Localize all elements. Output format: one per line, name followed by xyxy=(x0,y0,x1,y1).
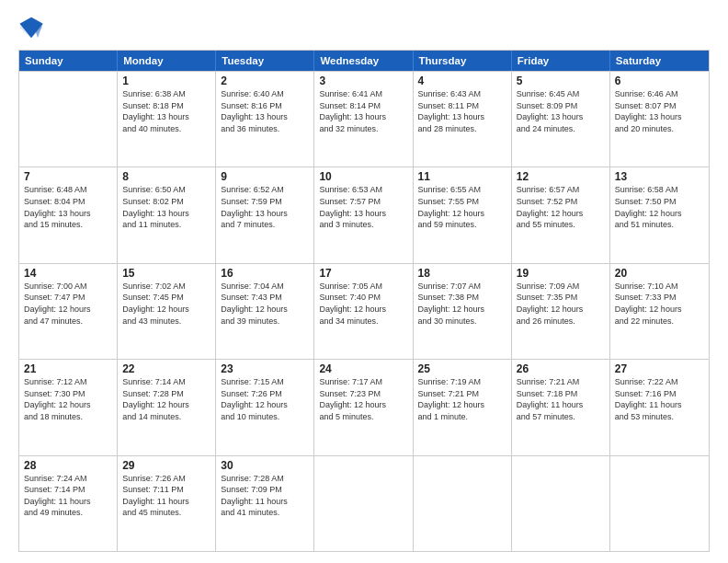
calendar-cell: 27Sunrise: 7:22 AM Sunset: 7:16 PM Dayli… xyxy=(610,360,709,454)
header-day-thursday: Thursday xyxy=(414,51,512,71)
cell-info: Sunrise: 6:40 AM Sunset: 8:16 PM Dayligh… xyxy=(221,88,309,134)
calendar-cell: 13Sunrise: 6:58 AM Sunset: 7:50 PM Dayli… xyxy=(610,167,709,262)
calendar-cell: 16Sunrise: 7:04 AM Sunset: 7:43 PM Dayli… xyxy=(216,264,314,359)
day-number: 30 xyxy=(221,459,309,472)
calendar-cell: 7Sunrise: 6:48 AM Sunset: 8:04 PM Daylig… xyxy=(19,167,118,262)
logo xyxy=(18,15,46,40)
cell-info: Sunrise: 7:05 AM Sunset: 7:40 PM Dayligh… xyxy=(319,281,407,327)
logo-icon xyxy=(18,15,44,40)
day-number: 27 xyxy=(615,362,704,375)
cell-info: Sunrise: 7:26 AM Sunset: 7:11 PM Dayligh… xyxy=(122,473,210,519)
calendar-cell xyxy=(314,456,413,551)
cell-info: Sunrise: 7:12 AM Sunset: 7:30 PM Dayligh… xyxy=(24,376,112,422)
day-number: 2 xyxy=(221,75,309,87)
calendar-row-5: 28Sunrise: 7:24 AM Sunset: 7:14 PM Dayli… xyxy=(19,455,709,551)
calendar-cell: 9Sunrise: 6:52 AM Sunset: 7:59 PM Daylig… xyxy=(216,167,314,262)
cell-info: Sunrise: 6:58 AM Sunset: 7:50 PM Dayligh… xyxy=(615,184,704,230)
calendar-cell xyxy=(19,72,118,167)
cell-info: Sunrise: 7:14 AM Sunset: 7:28 PM Dayligh… xyxy=(122,376,210,422)
day-number: 8 xyxy=(122,170,210,183)
calendar-cell: 6Sunrise: 6:46 AM Sunset: 8:07 PM Daylig… xyxy=(610,72,709,167)
header-day-monday: Monday xyxy=(118,51,216,71)
calendar-cell: 30Sunrise: 7:28 AM Sunset: 7:09 PM Dayli… xyxy=(216,456,314,551)
day-number: 5 xyxy=(517,75,605,87)
day-number: 19 xyxy=(517,267,605,280)
cell-info: Sunrise: 6:52 AM Sunset: 7:59 PM Dayligh… xyxy=(221,184,309,230)
day-number: 12 xyxy=(517,170,605,183)
day-number: 4 xyxy=(418,75,506,87)
calendar-cell: 12Sunrise: 6:57 AM Sunset: 7:52 PM Dayli… xyxy=(512,167,610,262)
calendar-cell: 22Sunrise: 7:14 AM Sunset: 7:28 PM Dayli… xyxy=(118,360,216,454)
calendar-cell: 1Sunrise: 6:38 AM Sunset: 8:18 PM Daylig… xyxy=(118,72,216,167)
calendar-cell: 18Sunrise: 7:07 AM Sunset: 7:38 PM Dayli… xyxy=(414,264,512,359)
cell-info: Sunrise: 6:46 AM Sunset: 8:07 PM Dayligh… xyxy=(615,88,704,134)
day-number: 13 xyxy=(615,170,704,183)
cell-info: Sunrise: 7:28 AM Sunset: 7:09 PM Dayligh… xyxy=(221,473,309,519)
calendar-cell: 2Sunrise: 6:40 AM Sunset: 8:16 PM Daylig… xyxy=(216,72,314,167)
cell-info: Sunrise: 6:53 AM Sunset: 7:57 PM Dayligh… xyxy=(319,184,407,230)
cell-info: Sunrise: 7:15 AM Sunset: 7:26 PM Dayligh… xyxy=(221,376,309,422)
header-day-friday: Friday xyxy=(512,51,610,71)
svg-marker-2 xyxy=(19,17,42,38)
calendar-cell: 17Sunrise: 7:05 AM Sunset: 7:40 PM Dayli… xyxy=(314,264,413,359)
calendar-cell xyxy=(512,456,610,551)
day-number: 14 xyxy=(24,267,112,280)
header-day-tuesday: Tuesday xyxy=(216,51,314,71)
cell-info: Sunrise: 7:07 AM Sunset: 7:38 PM Dayligh… xyxy=(418,281,506,327)
day-number: 3 xyxy=(319,75,407,87)
cell-info: Sunrise: 7:00 AM Sunset: 7:47 PM Dayligh… xyxy=(24,281,112,327)
day-number: 22 xyxy=(122,362,210,375)
calendar-cell: 26Sunrise: 7:21 AM Sunset: 7:18 PM Dayli… xyxy=(512,360,610,454)
cell-info: Sunrise: 7:04 AM Sunset: 7:43 PM Dayligh… xyxy=(221,281,309,327)
calendar-cell: 14Sunrise: 7:00 AM Sunset: 7:47 PM Dayli… xyxy=(19,264,118,359)
calendar-row-4: 21Sunrise: 7:12 AM Sunset: 7:30 PM Dayli… xyxy=(19,359,709,454)
header-day-sunday: Sunday xyxy=(19,51,118,71)
calendar-cell: 19Sunrise: 7:09 AM Sunset: 7:35 PM Dayli… xyxy=(512,264,610,359)
calendar-body: 1Sunrise: 6:38 AM Sunset: 8:18 PM Daylig… xyxy=(19,71,709,551)
cell-info: Sunrise: 6:55 AM Sunset: 7:55 PM Dayligh… xyxy=(418,184,506,230)
cell-info: Sunrise: 7:19 AM Sunset: 7:21 PM Dayligh… xyxy=(418,376,506,422)
calendar-cell: 5Sunrise: 6:45 AM Sunset: 8:09 PM Daylig… xyxy=(512,72,610,167)
calendar-cell: 3Sunrise: 6:41 AM Sunset: 8:14 PM Daylig… xyxy=(314,72,413,167)
cell-info: Sunrise: 6:41 AM Sunset: 8:14 PM Dayligh… xyxy=(319,88,407,134)
day-number: 20 xyxy=(615,267,704,280)
day-number: 24 xyxy=(319,362,407,375)
cell-info: Sunrise: 6:43 AM Sunset: 8:11 PM Dayligh… xyxy=(418,88,506,134)
calendar-cell: 4Sunrise: 6:43 AM Sunset: 8:11 PM Daylig… xyxy=(414,72,512,167)
day-number: 21 xyxy=(24,362,112,375)
cell-info: Sunrise: 7:22 AM Sunset: 7:16 PM Dayligh… xyxy=(615,376,704,422)
calendar-cell: 10Sunrise: 6:53 AM Sunset: 7:57 PM Dayli… xyxy=(314,167,413,262)
cell-info: Sunrise: 7:09 AM Sunset: 7:35 PM Dayligh… xyxy=(517,281,605,327)
day-number: 15 xyxy=(122,267,210,280)
cell-info: Sunrise: 6:38 AM Sunset: 8:18 PM Dayligh… xyxy=(122,88,210,134)
calendar-cell: 29Sunrise: 7:26 AM Sunset: 7:11 PM Dayli… xyxy=(118,456,216,551)
cell-info: Sunrise: 7:02 AM Sunset: 7:45 PM Dayligh… xyxy=(122,281,210,327)
calendar-row-1: 1Sunrise: 6:38 AM Sunset: 8:18 PM Daylig… xyxy=(19,71,709,167)
day-number: 18 xyxy=(418,267,506,280)
day-number: 16 xyxy=(221,267,309,280)
day-number: 6 xyxy=(615,75,704,87)
calendar-cell: 11Sunrise: 6:55 AM Sunset: 7:55 PM Dayli… xyxy=(414,167,512,262)
day-number: 1 xyxy=(122,75,210,87)
cell-info: Sunrise: 6:57 AM Sunset: 7:52 PM Dayligh… xyxy=(517,184,605,230)
day-number: 7 xyxy=(24,170,112,183)
header xyxy=(18,15,710,40)
day-number: 25 xyxy=(418,362,506,375)
cell-info: Sunrise: 6:48 AM Sunset: 8:04 PM Dayligh… xyxy=(24,184,112,230)
day-number: 26 xyxy=(517,362,605,375)
calendar-cell xyxy=(414,456,512,551)
calendar-cell: 28Sunrise: 7:24 AM Sunset: 7:14 PM Dayli… xyxy=(19,456,118,551)
calendar-cell: 21Sunrise: 7:12 AM Sunset: 7:30 PM Dayli… xyxy=(19,360,118,454)
cell-info: Sunrise: 7:17 AM Sunset: 7:23 PM Dayligh… xyxy=(319,376,407,422)
calendar-cell: 23Sunrise: 7:15 AM Sunset: 7:26 PM Dayli… xyxy=(216,360,314,454)
page: SundayMondayTuesdayWednesdayThursdayFrid… xyxy=(0,0,728,563)
cell-info: Sunrise: 7:21 AM Sunset: 7:18 PM Dayligh… xyxy=(517,376,605,422)
calendar-cell: 20Sunrise: 7:10 AM Sunset: 7:33 PM Dayli… xyxy=(610,264,709,359)
day-number: 29 xyxy=(122,459,210,472)
calendar-cell: 25Sunrise: 7:19 AM Sunset: 7:21 PM Dayli… xyxy=(414,360,512,454)
day-number: 11 xyxy=(418,170,506,183)
calendar-row-3: 14Sunrise: 7:00 AM Sunset: 7:47 PM Dayli… xyxy=(19,263,709,359)
day-number: 9 xyxy=(221,170,309,183)
day-number: 23 xyxy=(221,362,309,375)
day-number: 17 xyxy=(319,267,407,280)
